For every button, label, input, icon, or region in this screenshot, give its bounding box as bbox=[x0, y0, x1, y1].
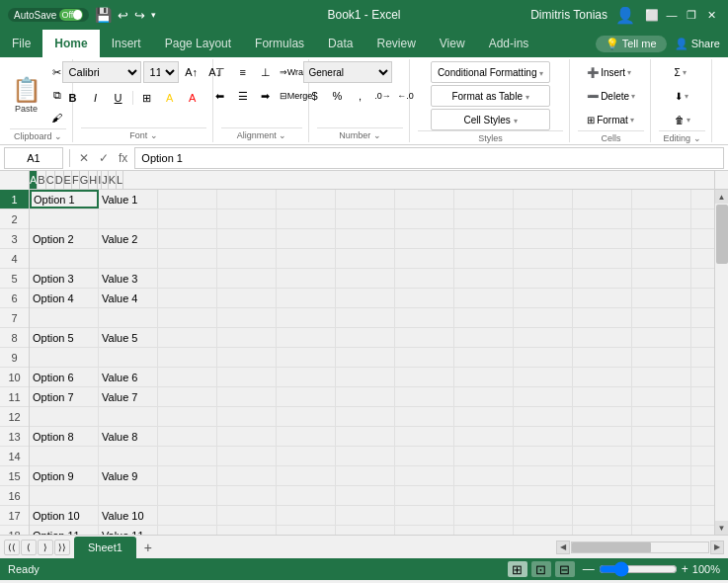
undo-icon[interactable]: ↩ bbox=[118, 8, 128, 23]
cell-K8[interactable] bbox=[632, 328, 691, 347]
tab-home[interactable]: Home bbox=[42, 30, 99, 57]
sheet-nav-first[interactable]: ⟨⟨ bbox=[4, 540, 20, 555]
cell-G10[interactable] bbox=[395, 368, 454, 386]
cell-A11[interactable]: Option 7 bbox=[30, 387, 99, 406]
align-bottom-button[interactable]: ⊥ bbox=[255, 61, 277, 83]
cell-I18[interactable] bbox=[514, 526, 573, 535]
cell-F8[interactable] bbox=[336, 328, 395, 347]
cell-K12[interactable] bbox=[632, 407, 691, 426]
cell-L10[interactable] bbox=[691, 368, 714, 386]
cell-A9[interactable] bbox=[30, 348, 99, 367]
cell-H2[interactable] bbox=[454, 209, 514, 228]
cell-I10[interactable] bbox=[514, 368, 573, 386]
cell-K9[interactable] bbox=[632, 348, 691, 367]
cell-C8[interactable] bbox=[158, 328, 217, 347]
cell-E2[interactable] bbox=[277, 209, 336, 228]
col-header-b[interactable]: B bbox=[38, 171, 45, 189]
cell-D3[interactable] bbox=[217, 229, 277, 248]
cell-B4[interactable] bbox=[99, 249, 158, 268]
quick-access-dropdown-icon[interactable]: ▾ bbox=[151, 10, 156, 20]
cell-I11[interactable] bbox=[514, 387, 573, 406]
comma-button[interactable]: , bbox=[349, 85, 370, 107]
sheet-nav-last[interactable]: ⟩⟩ bbox=[54, 540, 70, 555]
cell-L5[interactable] bbox=[691, 269, 714, 288]
row-num-12[interactable]: 12 bbox=[0, 407, 29, 427]
cell-F10[interactable] bbox=[336, 368, 395, 386]
cell-K13[interactable] bbox=[632, 427, 691, 446]
cell-J10[interactable] bbox=[573, 368, 632, 386]
cell-K10[interactable] bbox=[632, 368, 691, 386]
cell-K16[interactable] bbox=[632, 486, 691, 505]
cell-G14[interactable] bbox=[395, 447, 454, 465]
cell-C1[interactable] bbox=[158, 190, 217, 208]
cell-D10[interactable] bbox=[217, 368, 277, 386]
autosave-indicator[interactable]: AutoSave Off bbox=[8, 8, 89, 22]
cell-E15[interactable] bbox=[277, 466, 336, 485]
cell-B11[interactable]: Value 7 bbox=[99, 387, 158, 406]
cell-I1[interactable] bbox=[514, 190, 573, 208]
cell-B10[interactable]: Value 6 bbox=[99, 368, 158, 386]
cell-L15[interactable] bbox=[691, 466, 714, 485]
cell-D16[interactable] bbox=[217, 486, 277, 505]
tab-insert[interactable]: Insert bbox=[100, 30, 153, 57]
cell-J12[interactable] bbox=[573, 407, 632, 426]
cell-H10[interactable] bbox=[454, 368, 514, 386]
cell-B3[interactable]: Value 2 bbox=[99, 229, 158, 248]
tab-view[interactable]: View bbox=[428, 30, 477, 57]
confirm-formula-button[interactable]: ✓ bbox=[96, 151, 112, 165]
cell-B15[interactable]: Value 9 bbox=[99, 466, 158, 485]
cell-H11[interactable] bbox=[454, 387, 514, 406]
cell-A13[interactable]: Option 8 bbox=[30, 427, 99, 446]
cell-C4[interactable] bbox=[158, 249, 217, 268]
cell-K17[interactable] bbox=[632, 506, 691, 525]
cell-I15[interactable] bbox=[514, 466, 573, 485]
cell-L6[interactable] bbox=[691, 289, 714, 307]
cell-D15[interactable] bbox=[217, 466, 277, 485]
page-break-view-button[interactable]: ⊟ bbox=[555, 561, 575, 577]
scroll-up-arrow[interactable]: ▲ bbox=[715, 190, 729, 204]
cell-H5[interactable] bbox=[454, 269, 514, 288]
cell-J18[interactable] bbox=[573, 526, 632, 535]
cell-E13[interactable] bbox=[277, 427, 336, 446]
font-size-select[interactable]: 11 bbox=[143, 61, 179, 83]
cell-D5[interactable] bbox=[217, 269, 277, 288]
cell-J14[interactable] bbox=[573, 447, 632, 465]
add-sheet-button[interactable]: + bbox=[138, 538, 158, 557]
cell-E17[interactable] bbox=[277, 506, 336, 525]
cell-F7[interactable] bbox=[336, 308, 395, 327]
cell-C7[interactable] bbox=[158, 308, 217, 327]
cell-D17[interactable] bbox=[217, 506, 277, 525]
cell-F18[interactable] bbox=[336, 526, 395, 535]
cell-E11[interactable] bbox=[277, 387, 336, 406]
cell-C10[interactable] bbox=[158, 368, 217, 386]
cell-L11[interactable] bbox=[691, 387, 714, 406]
row-num-8[interactable]: 8 bbox=[0, 328, 29, 348]
cell-K18[interactable] bbox=[632, 526, 691, 535]
conditional-formatting-button[interactable]: Conditional Formatting ▾ bbox=[431, 61, 550, 83]
cell-D8[interactable] bbox=[217, 328, 277, 347]
cell-K5[interactable] bbox=[632, 269, 691, 288]
col-header-k[interactable]: K bbox=[109, 171, 117, 189]
cell-H14[interactable] bbox=[454, 447, 514, 465]
cell-K7[interactable] bbox=[632, 308, 691, 327]
cell-K14[interactable] bbox=[632, 447, 691, 465]
cell-I12[interactable] bbox=[514, 407, 573, 426]
scroll-right-arrow[interactable]: ▶ bbox=[710, 541, 724, 554]
cell-C15[interactable] bbox=[158, 466, 217, 485]
cell-B12[interactable] bbox=[99, 407, 158, 426]
cell-E3[interactable] bbox=[277, 229, 336, 248]
cell-L16[interactable] bbox=[691, 486, 714, 505]
cell-C9[interactable] bbox=[158, 348, 217, 367]
cell-B8[interactable]: Value 5 bbox=[99, 328, 158, 347]
cell-F13[interactable] bbox=[336, 427, 395, 446]
cell-E18[interactable] bbox=[277, 526, 336, 535]
cell-F3[interactable] bbox=[336, 229, 395, 248]
number-format-select[interactable]: General bbox=[303, 61, 392, 83]
cell-G9[interactable] bbox=[395, 348, 454, 367]
cell-B9[interactable] bbox=[99, 348, 158, 367]
cell-J11[interactable] bbox=[573, 387, 632, 406]
cell-J6[interactable] bbox=[573, 289, 632, 307]
underline-button[interactable]: U bbox=[108, 87, 129, 109]
cell-F1[interactable] bbox=[336, 190, 395, 208]
cell-A3[interactable]: Option 2 bbox=[30, 229, 99, 248]
